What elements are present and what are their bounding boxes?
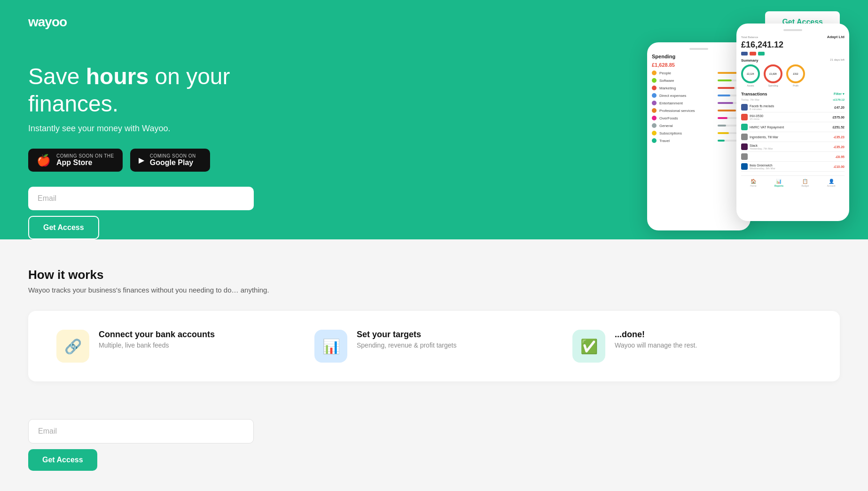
transaction-row: Faceb fb.me/ads 8 minutes £47.20 bbox=[741, 103, 845, 112]
google-play-badge[interactable]: ▶ COMING SOON ON Google Play bbox=[130, 149, 210, 172]
hero-content: Save hours on your finances. Instantly s… bbox=[28, 44, 291, 239]
how-card-targets: 📊 Set your targets Spending, revenue & p… bbox=[305, 330, 563, 363]
circle-assets: £2,124 Assets bbox=[741, 64, 760, 87]
phone-back: Spending Nov £1,628.85 People Software M… bbox=[647, 42, 751, 230]
front-badges bbox=[741, 52, 845, 55]
targets-card-sub: Spending, revenue & profit targets bbox=[357, 341, 456, 349]
summary-circles: £2,124 Assets £1,629 Spending £312 bbox=[741, 64, 845, 87]
summary-days: 21 days left bbox=[830, 58, 845, 63]
summary-label: Summary bbox=[741, 58, 758, 63]
spending-item: Software bbox=[652, 78, 746, 83]
front-total: £16,241.12 bbox=[741, 40, 845, 50]
bank-card-title: Connect your bank accounts bbox=[99, 330, 215, 340]
spending-item: Entertainment bbox=[652, 101, 746, 105]
circle-assets-label: Assets bbox=[747, 84, 754, 87]
circle-profit: £312 Profit bbox=[786, 64, 805, 87]
store-badges: 🍎 Coming Soon on the App Store ▶ COMING … bbox=[28, 149, 291, 172]
circle-spending: £1,629 Spending bbox=[764, 64, 782, 87]
bottom-form-section: Get Access bbox=[0, 419, 868, 491]
hero-title-bold: hours bbox=[86, 64, 149, 89]
hero-get-access-button[interactable]: Get Access bbox=[28, 216, 99, 239]
done-icon-wrap: ✅ bbox=[572, 330, 605, 363]
logo: wayoo bbox=[28, 15, 67, 30]
transactions-label: Transactions bbox=[741, 92, 767, 96]
transaction-row: -£8.95 bbox=[741, 152, 845, 162]
bank-icon: 🔗 bbox=[64, 338, 82, 355]
transaction-row: INV-0530 15 mins £575.00 bbox=[741, 112, 845, 122]
spending-item: Marketing bbox=[652, 86, 746, 90]
spending-item: Professional services bbox=[652, 108, 746, 113]
done-card-sub: Wayoo will manage the rest. bbox=[615, 341, 697, 349]
nav-account[interactable]: 👤 Account bbox=[827, 179, 836, 187]
how-card-bank: 🔗 Connect your bank accounts Multiple, l… bbox=[47, 330, 305, 363]
bottom-get-access-button[interactable]: Get Access bbox=[28, 449, 97, 471]
spending-item: OverFoods bbox=[652, 116, 746, 120]
phone-front: Total Balance Adapt Ltd £16,241.12 Summa… bbox=[736, 24, 849, 221]
phone-top-bar bbox=[689, 48, 708, 50]
transaction-row: Ingredients, Till Mar -£35.23 bbox=[741, 132, 845, 142]
how-cards: 🔗 Connect your bank accounts Multiple, l… bbox=[28, 311, 840, 381]
bank-card-sub: Multiple, live bank feeds bbox=[99, 341, 215, 349]
circle-spending-label: Spending bbox=[768, 84, 778, 87]
spending-title: Spending bbox=[652, 54, 675, 59]
hero-subtitle: Instantly see your money with Wayoo. bbox=[28, 124, 291, 134]
play-icon: ▶ bbox=[139, 156, 144, 165]
today-label: Today, 7th Mar bbox=[741, 98, 759, 101]
transaction-row: Ikea Greenwich Wednesday, 6th Mar -£10.0… bbox=[741, 162, 845, 172]
transactions-list: Faceb fb.me/ads 8 minutes £47.20 INV-053… bbox=[741, 103, 845, 172]
spending-item: Direct expenses bbox=[652, 93, 746, 98]
nav-home[interactable]: 🏠 Home bbox=[750, 179, 756, 187]
how-section: How it works Wayoo tracks your business'… bbox=[0, 239, 868, 419]
phone-mockups: Spending Nov £1,628.85 People Software M… bbox=[647, 24, 849, 230]
bottom-nav: 🏠 Home 📊 Reports 📋 Budget 👤 Account bbox=[741, 175, 845, 187]
transactions-date-row: Today, 7th Mar +£179.12 bbox=[741, 98, 845, 101]
how-subtitle: Wayoo tracks your business's finances wi… bbox=[28, 286, 840, 294]
spending-total: £1,628.85 bbox=[652, 62, 746, 68]
done-card-title: ...done! bbox=[615, 330, 697, 340]
hero-email-input[interactable] bbox=[28, 187, 254, 210]
front-company: Adapt Ltd bbox=[827, 35, 845, 39]
summary-header: Summary 21 days left bbox=[741, 58, 845, 63]
hero-title: Save hours on your finances. bbox=[28, 63, 291, 117]
front-total-label: Total Balance bbox=[741, 36, 758, 39]
how-title: How it works bbox=[28, 268, 840, 282]
apple-icon: 🍎 bbox=[37, 154, 51, 167]
spending-item: People bbox=[652, 71, 746, 75]
spending-item: Subscriptions bbox=[652, 131, 746, 135]
phone-front-top-bar bbox=[783, 29, 802, 31]
targets-card-text: Set your targets Spending, revenue & pro… bbox=[357, 330, 456, 349]
app-store-badge[interactable]: 🍎 Coming Soon on the App Store bbox=[28, 149, 123, 172]
app-store-text: Coming Soon on the App Store bbox=[56, 153, 114, 167]
spending-item: General bbox=[652, 123, 746, 128]
how-card-done: ✅ ...done! Wayoo will manage the rest. bbox=[563, 330, 821, 363]
spending-item: Travel bbox=[652, 138, 746, 143]
hero-email-form: Get Access bbox=[28, 187, 254, 239]
done-icon: ✅ bbox=[580, 338, 598, 355]
targets-icon: 📊 bbox=[322, 338, 340, 355]
filter-button[interactable]: Filter ▾ bbox=[834, 92, 845, 96]
bank-card-text: Connect your bank accounts Multiple, liv… bbox=[99, 330, 215, 349]
phone-front-screen: Total Balance Adapt Ltd £16,241.12 Summa… bbox=[736, 24, 849, 221]
transaction-row: HMRC VAT Repayment £251.52 bbox=[741, 122, 845, 132]
today-amount: +£179.12 bbox=[833, 98, 845, 101]
google-play-text: COMING SOON ON Google Play bbox=[150, 153, 196, 167]
transaction-row: Slack Yesterday, 7th Mar -£35.20 bbox=[741, 142, 845, 152]
hero-section: wayoo Get Access Save hours on your fina… bbox=[0, 0, 868, 239]
spending-list: People Software Marketing Direct expense… bbox=[652, 71, 746, 143]
phone-back-screen: Spending Nov £1,628.85 People Software M… bbox=[647, 42, 751, 230]
targets-icon-wrap: 📊 bbox=[314, 330, 347, 363]
spending-header: Spending Nov bbox=[652, 54, 746, 59]
done-card-text: ...done! Wayoo will manage the rest. bbox=[615, 330, 697, 349]
targets-card-title: Set your targets bbox=[357, 330, 456, 340]
bank-icon-wrap: 🔗 bbox=[56, 330, 89, 363]
circle-profit-label: Profit bbox=[793, 84, 798, 87]
nav-budget[interactable]: 📋 Budget bbox=[801, 179, 809, 187]
nav-reports[interactable]: 📊 Reports bbox=[774, 179, 783, 187]
bottom-email-input[interactable] bbox=[28, 419, 254, 443]
transactions-header: Transactions Filter ▾ bbox=[741, 92, 845, 96]
